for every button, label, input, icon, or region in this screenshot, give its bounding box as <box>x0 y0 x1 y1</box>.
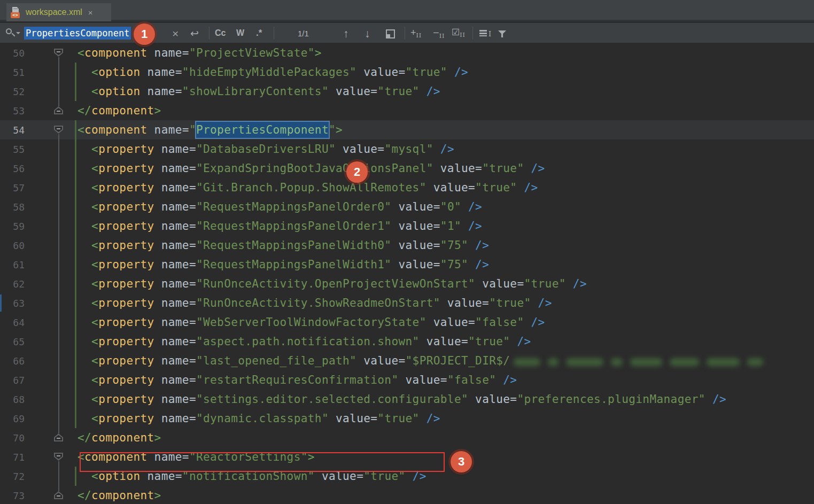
divider <box>405 27 405 40</box>
next-occurrence-button[interactable]: ↓ <box>365 27 370 38</box>
code-text: <component name="PropertiesComponent"> <box>77 123 343 136</box>
line-number: 55 <box>0 144 25 155</box>
code-text: <property name="ExpandSpringBootJavaOpti… <box>77 162 545 175</box>
code-text: <property name="RunOnceActivity.OpenProj… <box>77 277 587 290</box>
code-line: 52 <option name="showLibraryContents" va… <box>0 82 814 101</box>
chevron-down-icon <box>16 32 20 36</box>
line-number: 54 <box>0 125 25 136</box>
code-line: 61 <property name="RequestMappingsPanelW… <box>0 255 814 274</box>
fold-connector-line <box>58 461 59 491</box>
divider <box>472 27 473 40</box>
fold-marker-icon[interactable] <box>54 49 63 57</box>
fold-marker-icon[interactable] <box>54 491 63 499</box>
code-line: 63 <property name="RunOnceActivity.ShowR… <box>0 293 814 313</box>
code-line: 68 <property name="settings.editor.selec… <box>0 390 814 409</box>
annotation-badge-3: 3 <box>451 451 472 472</box>
code-line: 55 <property name="DatabaseDriversLRU" v… <box>0 139 814 159</box>
line-number: 68 <box>0 394 25 405</box>
newline-icon[interactable]: ↩ <box>190 28 199 38</box>
code-line: 57 <property name="Git.Branch.Popup.Show… <box>0 178 814 197</box>
line-number: 70 <box>0 432 25 444</box>
fold-marker-icon[interactable] <box>54 453 63 461</box>
code-text: <option name="showLibraryContents" value… <box>77 85 440 98</box>
fold-connector-line <box>58 134 59 433</box>
match-count: 1/1 <box>298 28 309 37</box>
line-number: 59 <box>0 221 25 232</box>
find-all-button[interactable] <box>386 29 395 38</box>
divider <box>274 27 274 40</box>
code-text: <property name="RequestMappingsPanelOrde… <box>77 200 482 213</box>
code-text: </component> <box>77 431 161 444</box>
code-line: 73</component> <box>0 486 814 504</box>
code-line: 64 <property name="WebServerToolWindowFa… <box>0 313 814 332</box>
words-button[interactable]: W <box>236 28 244 38</box>
previous-occurrence-button[interactable]: ↑ <box>343 27 349 38</box>
redacted-path <box>510 355 767 368</box>
fold-connector-line <box>58 57 59 106</box>
fold-marker-icon[interactable] <box>54 106 63 114</box>
search-icon[interactable] <box>4 27 21 40</box>
code-text: <property name="RequestMappingsPanelWidt… <box>77 239 489 252</box>
line-number: 69 <box>0 413 25 424</box>
code-line: 50<component name="ProjectViewState"> <box>0 43 814 63</box>
ide-window: <> workspace.xml × PropertiesComponent ×… <box>0 0 814 504</box>
divider <box>209 27 210 40</box>
line-number: 56 <box>0 163 25 174</box>
line-number: 51 <box>0 67 25 78</box>
line-number: 67 <box>0 375 25 386</box>
match-case-button[interactable]: Cc <box>215 28 226 38</box>
add-occurrence-button[interactable]: +II <box>410 27 422 38</box>
code-line: 51 <option name="hideEmptyMiddlePackages… <box>0 63 814 82</box>
fold-marker-icon[interactable] <box>54 126 63 134</box>
code-text: <property name="RequestMappingsPanelOrde… <box>77 220 482 232</box>
line-number: 58 <box>0 201 25 213</box>
line-number: 73 <box>0 490 25 501</box>
code-line: 60 <property name="RequestMappingsPanelW… <box>0 236 814 255</box>
line-number: 53 <box>0 105 25 117</box>
tab-workspace-xml[interactable]: <> workspace.xml × <box>6 3 111 21</box>
code-text: </component> <box>77 489 161 502</box>
line-number: 72 <box>0 471 25 482</box>
code-line: 62 <property name="RunOnceActivity.OpenP… <box>0 274 814 293</box>
editor-tab-bar: <> workspace.xml × <box>0 0 814 21</box>
code-text: <component name="ProjectViewState"> <box>77 46 322 59</box>
code-line: 59 <property name="RequestMappingsPanelO… <box>0 216 814 236</box>
code-text: <property name="DatabaseDriversLRU" valu… <box>77 143 454 156</box>
annotation-badge-1: 1 <box>134 24 155 45</box>
code-line: 65 <property name="aspect.path.notificat… <box>0 332 814 351</box>
code-line: 67 <property name="restartRequiresConfir… <box>0 370 814 390</box>
tab-close-icon[interactable]: × <box>88 8 93 17</box>
code-line: 54<component name="PropertiesComponent"> <box>0 120 814 139</box>
code-text: <property name="restartRequiresConfirmat… <box>77 374 517 386</box>
search-input[interactable]: PropertiesComponent <box>24 27 131 40</box>
select-all-occurrences-button[interactable]: ☑II <box>452 28 466 38</box>
code-text: <property name="Git.Branch.Popup.ShowAll… <box>77 181 538 194</box>
line-number: 52 <box>0 86 25 97</box>
tab-title: workspace.xml <box>26 7 82 17</box>
code-text: <option name="hideEmptyMiddlePackages" v… <box>77 66 468 79</box>
code-text: <property name="WebServerToolWindowFacto… <box>77 316 545 329</box>
line-number: 60 <box>0 240 25 251</box>
line-number: 71 <box>0 452 25 463</box>
regex-button[interactable]: .* <box>256 28 262 38</box>
code-text: <property name="last_opened_file_path" v… <box>77 354 767 368</box>
line-number: 57 <box>0 182 25 193</box>
code-text: <property name="RunOnceActivity.ShowRead… <box>77 297 552 309</box>
code-line: 69 <property name="dynamic.classpath" va… <box>0 409 814 428</box>
filter-icon[interactable] <box>498 30 506 40</box>
line-number: 50 <box>0 48 25 59</box>
code-editor[interactable]: 2 3 50<component name="ProjectViewState"… <box>0 43 814 504</box>
line-number: 61 <box>0 259 25 270</box>
xml-file-icon: <> <box>11 7 22 18</box>
line-number: 65 <box>0 336 25 347</box>
remove-occurrence-button[interactable]: −II <box>433 27 445 39</box>
line-number: 66 <box>0 355 25 367</box>
filter-lines-icon[interactable]: I <box>479 30 493 38</box>
annotation-red-box <box>80 452 445 472</box>
fold-marker-icon[interactable] <box>54 433 63 441</box>
clear-search-icon[interactable]: × <box>172 27 179 38</box>
code-line: 53</component> <box>0 101 814 120</box>
find-toolbar: PropertiesComponent × ↩ Cc W .* 1/1 ↑ ↓ … <box>0 23 814 43</box>
line-number: 62 <box>0 278 25 290</box>
code-line: 70</component> <box>0 428 814 447</box>
